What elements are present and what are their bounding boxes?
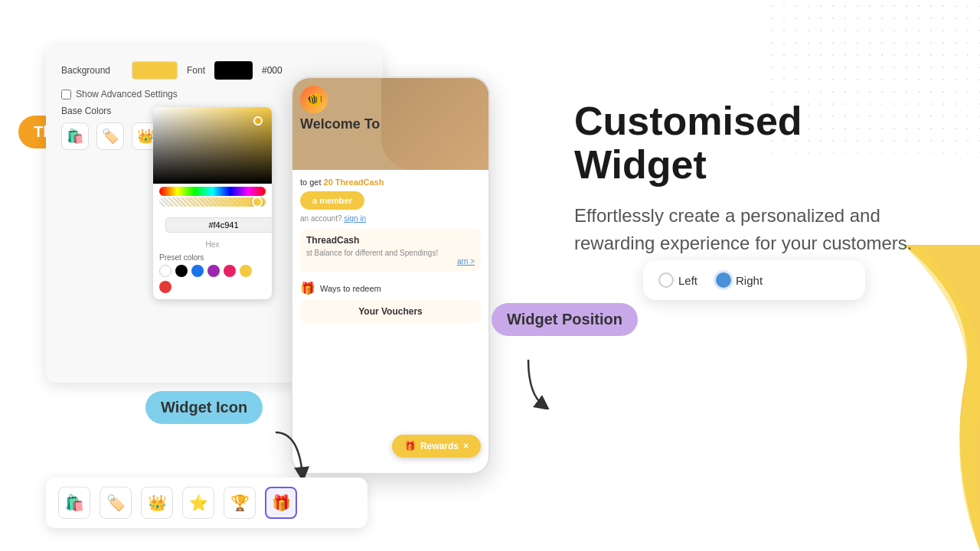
signup-text: to get 20 ThreadCash: [300, 178, 481, 187]
phone-mockup: 🐠 Welcome To to get 20 ThreadCash a memb…: [291, 77, 490, 474]
widget-icon-arrow: [260, 429, 322, 482]
learn-more-link[interactable]: arn >: [457, 257, 475, 266]
strip-icon-tag[interactable]: 🏷️: [100, 487, 132, 519]
widget-btn-close: ×: [463, 441, 469, 452]
phone-header: 🐠 Welcome To: [292, 78, 488, 170]
background-label: Background: [61, 65, 122, 76]
preset-red[interactable]: [159, 281, 172, 293]
color-picker-handle[interactable]: [253, 116, 263, 126]
preset-black[interactable]: [175, 265, 188, 277]
strip-icon-star[interactable]: ⭐: [182, 487, 214, 519]
preset-white[interactable]: [159, 265, 172, 277]
hex-input[interactable]: [165, 217, 272, 233]
app-logo-icon: 🐠: [305, 91, 322, 108]
color-gradient-bg[interactable]: [153, 107, 272, 184]
opacity-slider[interactable]: [159, 197, 266, 207]
advanced-settings-checkbox[interactable]: [61, 90, 71, 99]
color-picker-popup: ⬆ Hex Preset colors: [153, 107, 272, 299]
widget-position-arrow: [521, 356, 567, 409]
widget-btn-label: Rewards: [420, 441, 459, 452]
preset-yellow[interactable]: [240, 265, 252, 277]
gift-icon: 🎁: [300, 281, 315, 295]
widget-btn-icon: 🎁: [404, 441, 416, 452]
vouchers-section: Your Vouchers: [300, 300, 481, 323]
preset-purple[interactable]: [207, 265, 220, 277]
widget-position-bubble[interactable]: Widget Position: [492, 303, 638, 336]
right-panel: Customised Widget Effortlessly create a …: [574, 99, 942, 257]
color-gradient-area[interactable]: [153, 107, 272, 184]
font-hex-value: #000: [262, 65, 283, 76]
signin-link[interactable]: sign in: [344, 214, 366, 223]
hex-label: Hex: [153, 240, 272, 252]
widget-rewards-button[interactable]: 🎁 Rewards ×: [392, 435, 481, 458]
header-image: [381, 78, 488, 170]
strip-icon-gift[interactable]: 🎁: [265, 487, 297, 519]
preset-blue[interactable]: [191, 265, 204, 277]
section-sub: st Balance for different and Spendings!: [306, 249, 475, 257]
rainbow-slider[interactable]: [159, 187, 266, 196]
position-right-label: Right: [736, 274, 763, 287]
font-swatch[interactable]: [214, 61, 253, 80]
font-label: Font: [187, 65, 205, 76]
preset-colors-label: Preset colors: [153, 252, 272, 265]
strip-icon-crown[interactable]: 👑: [141, 487, 173, 519]
welcome-text: Welcome To: [300, 116, 380, 132]
position-right-radio[interactable]: [716, 272, 731, 288]
widget-position-label: Widget Position: [507, 311, 622, 328]
background-swatch[interactable]: [132, 61, 178, 80]
color-icon-1[interactable]: 🛍️: [61, 122, 89, 150]
position-left-option[interactable]: Left: [658, 272, 697, 288]
threadcash-section: ThreadCash st Balance for different and …: [300, 229, 481, 272]
advanced-settings-label: Show Advanced Settings: [76, 89, 178, 99]
position-left-label: Left: [678, 274, 697, 287]
threadcash-title: ThreadCash: [306, 235, 475, 246]
member-button[interactable]: a member: [300, 191, 364, 210]
widget-icon-bubble[interactable]: Widget Icon: [145, 391, 263, 424]
page-description: Effortlessly create a personalized and r…: [574, 202, 942, 257]
color-icon-2[interactable]: 🏷️: [96, 122, 124, 150]
preset-pink[interactable]: [224, 265, 236, 277]
phone-body: to get 20 ThreadCash a member an account…: [292, 170, 488, 335]
ways-text: Ways to redeem: [320, 284, 381, 293]
strip-icon-trophy[interactable]: 🏆: [224, 487, 256, 519]
signin-text: an account? sign in: [300, 214, 481, 223]
page-title: Customised Widget: [574, 99, 942, 187]
vouchers-title: Your Vouchers: [306, 306, 475, 317]
icon-strip: 🛍️ 🏷️ 👑 ⭐ 🏆 🎁: [46, 478, 368, 528]
position-right-option[interactable]: Right: [716, 272, 763, 288]
position-left-radio[interactable]: [658, 272, 674, 288]
preset-colors-row: [153, 265, 272, 299]
opacity-thumb[interactable]: [252, 197, 263, 207]
color-preview-row: ⬆: [153, 210, 272, 240]
widget-icon-label: Widget Icon: [161, 399, 247, 416]
ways-to-redeem-row: 🎁 Ways to redeem: [300, 276, 481, 300]
app-logo: 🐠: [300, 86, 328, 113]
position-panel: Left Right: [643, 260, 865, 300]
strip-icon-bag[interactable]: 🛍️: [58, 487, 90, 519]
